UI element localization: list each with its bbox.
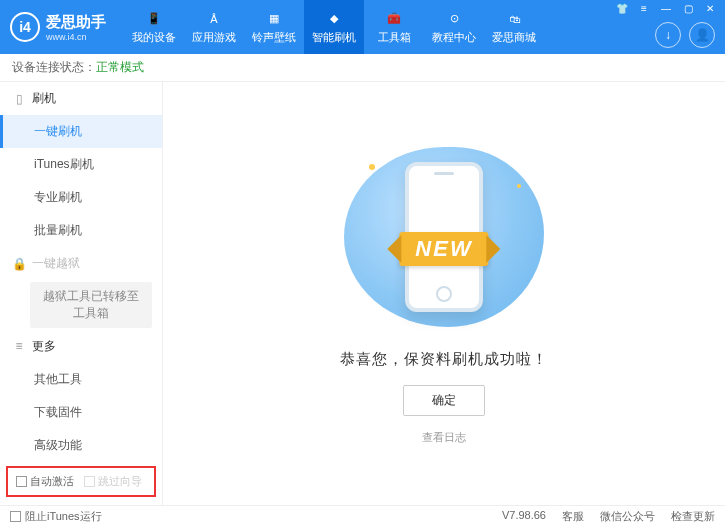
app-url: www.i4.cn [46, 32, 106, 42]
sidebar-item-other[interactable]: 其他工具 [0, 363, 162, 396]
phone-icon: ▯ [12, 92, 26, 106]
footer-support[interactable]: 客服 [562, 509, 584, 524]
nav-my-device[interactable]: 📱我的设备 [124, 0, 184, 54]
nav-tutorial[interactable]: ⊙教程中心 [424, 0, 484, 54]
footer: 阻止iTunes运行 V7.98.66 客服 微信公众号 检查更新 [0, 505, 725, 527]
maximize-icon[interactable]: ▢ [681, 3, 695, 14]
download-icon[interactable]: ↓ [655, 22, 681, 48]
app-title: 爱思助手 [46, 13, 106, 32]
nav-toolbox[interactable]: 🧰工具箱 [364, 0, 424, 54]
view-log-link[interactable]: 查看日志 [422, 430, 466, 445]
nav-ringtones[interactable]: ▦铃声壁纸 [244, 0, 304, 54]
sidebar-item-firmware[interactable]: 下载固件 [0, 396, 162, 429]
success-message: 恭喜您，保资料刷机成功啦！ [340, 350, 548, 369]
user-icon[interactable]: 👤 [689, 22, 715, 48]
main-panel: NEW 恭喜您，保资料刷机成功啦！ 确定 查看日志 [163, 82, 725, 505]
footer-wechat[interactable]: 微信公众号 [600, 509, 655, 524]
minimize-icon[interactable]: — [659, 3, 673, 14]
checkbox-block-itunes[interactable]: 阻止iTunes运行 [10, 509, 102, 524]
window-controls: 👕 ≡ — ▢ ✕ [615, 3, 717, 14]
nav-apps[interactable]: Å应用游戏 [184, 0, 244, 54]
skin-icon[interactable]: 👕 [615, 3, 629, 14]
sidebar: ▯ 刷机 一键刷机 iTunes刷机 专业刷机 批量刷机 🔒 一键越狱 越狱工具… [0, 82, 163, 505]
logo-icon: i4 [10, 12, 40, 42]
footer-update[interactable]: 检查更新 [671, 509, 715, 524]
section-flash[interactable]: ▯ 刷机 [0, 82, 162, 115]
version-label: V7.98.66 [502, 509, 546, 524]
device-icon: 📱 [145, 10, 163, 28]
jailbreak-note[interactable]: 越狱工具已转移至工具箱 [30, 282, 152, 328]
checkbox-highlight: 自动激活 跳过向导 [6, 466, 156, 497]
menu-icon[interactable]: ≡ [637, 3, 651, 14]
nav-store[interactable]: 🛍爱思商城 [484, 0, 544, 54]
section-jailbreak: 🔒 一键越狱 [0, 247, 162, 280]
app-header: i4 爱思助手 www.i4.cn 📱我的设备 Å应用游戏 ▦铃声壁纸 ◆智能刷… [0, 0, 725, 54]
status-bar: 设备连接状态： 正常模式 [0, 54, 725, 82]
checkbox-auto-activate[interactable]: 自动激活 [16, 474, 74, 489]
section-more[interactable]: ≡ 更多 [0, 330, 162, 363]
apps-icon: Å [205, 10, 223, 28]
flash-icon: ◆ [325, 10, 343, 28]
logo: i4 爱思助手 www.i4.cn [10, 12, 106, 42]
tutorial-icon: ⊙ [445, 10, 463, 28]
close-icon[interactable]: ✕ [703, 3, 717, 14]
sidebar-item-pro[interactable]: 专业刷机 [0, 181, 162, 214]
store-icon: 🛍 [505, 10, 523, 28]
sidebar-item-oneclick[interactable]: 一键刷机 [0, 115, 162, 148]
success-illustration: NEW [329, 142, 559, 332]
status-value: 正常模式 [96, 59, 144, 76]
checkbox-skip-guide: 跳过向导 [84, 474, 142, 489]
lock-icon: 🔒 [12, 257, 26, 271]
ok-button[interactable]: 确定 [403, 385, 485, 416]
status-label: 设备连接状态： [12, 59, 96, 76]
more-icon: ≡ [12, 339, 26, 353]
wallpaper-icon: ▦ [265, 10, 283, 28]
sidebar-item-batch[interactable]: 批量刷机 [0, 214, 162, 247]
sidebar-item-itunes[interactable]: iTunes刷机 [0, 148, 162, 181]
sidebar-item-advanced[interactable]: 高级功能 [0, 429, 162, 462]
nav-flash[interactable]: ◆智能刷机 [304, 0, 364, 54]
toolbox-icon: 🧰 [385, 10, 403, 28]
device-info[interactable]: ▯iPhone 15 Pro Max 512GB iPhone [0, 501, 162, 505]
new-badge: NEW [399, 232, 488, 266]
